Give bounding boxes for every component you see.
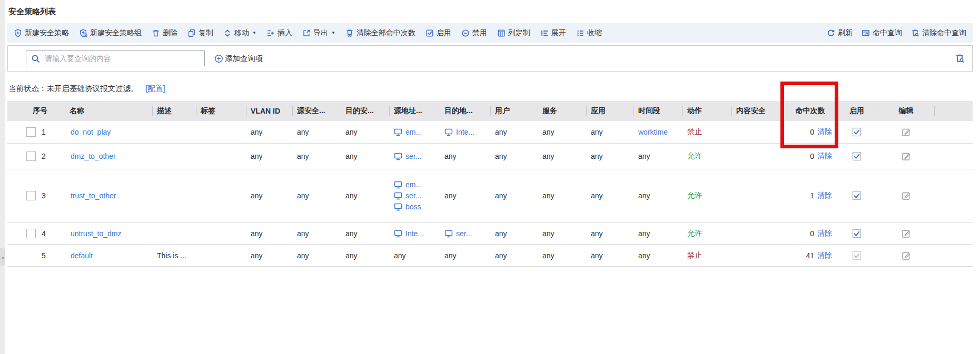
column-header-3: 标签 — [196, 101, 246, 121]
config-link[interactable]: [配置] — [146, 84, 165, 93]
toolbar-hit-query-label: 命中查询 — [873, 28, 902, 38]
toolbar-collapse-button[interactable]: 收缩 — [576, 28, 602, 38]
monitor-icon — [394, 203, 402, 211]
toolbar-export-button[interactable]: 导出▼ — [302, 28, 335, 38]
row-select-checkbox[interactable] — [26, 229, 36, 238]
cell-enabled — [836, 191, 877, 200]
toolbar-expand-label: 展开 — [551, 28, 566, 38]
row-select-checkbox[interactable] — [26, 127, 36, 137]
cell-schedule: any — [634, 229, 683, 238]
cell-user: any — [491, 152, 538, 160]
cell-dst-zone: any — [341, 191, 390, 200]
cell-user: any — [491, 229, 538, 238]
shield-plus-icon — [14, 29, 22, 37]
policy-name-link[interactable]: trust_to_other — [71, 191, 116, 200]
table-body: 1do_not_playanyanyanyem...Inte...anyanya… — [7, 121, 973, 267]
left-panel-strip: ◂ — [0, 0, 5, 354]
toolbar: 新建安全策略新建安全策略组删除复制移动▼插入导出▼00清除全部命中次数启用禁用列… — [7, 23, 973, 43]
clear-hits-link[interactable]: 清除 — [817, 251, 832, 260]
hit-count-value: 1 — [810, 191, 814, 200]
toolbar-refresh-button[interactable]: 刷新 — [827, 28, 853, 38]
action-label: 允许 — [687, 151, 702, 161]
toolbar-disable-button[interactable]: 禁用 — [461, 28, 487, 38]
row-seq: 5 — [42, 251, 46, 260]
action-label: 禁止 — [687, 127, 702, 137]
policy-name-link[interactable]: dmz_to_other — [71, 152, 116, 160]
export-icon — [302, 29, 311, 37]
column-header-17: 编辑 — [877, 101, 935, 121]
cell-src-address: Inte... — [390, 229, 440, 238]
main-content: 安全策略列表 新建安全策略新建安全策略组删除复制移动▼插入导出▼00清除全部命中… — [7, 0, 973, 267]
cell-enabled — [836, 251, 877, 260]
address-object-link[interactable]: Inte... — [444, 128, 474, 136]
address-object-link[interactable]: em... — [394, 128, 422, 136]
toolbar-new-policy-group-label: 新建安全策略组 — [90, 28, 142, 38]
enabled-checkbox-icon[interactable] — [852, 191, 862, 200]
caret-down-icon: ▼ — [252, 31, 256, 35]
panel-collapse-handle[interactable]: ◂ — [0, 248, 5, 266]
column-header-5: 源安全... — [293, 101, 341, 121]
toolbar-clear-all-hits-button[interactable]: 00清除全部命中次数 — [345, 28, 415, 38]
column-header-13: 动作 — [683, 101, 732, 121]
address-object-link[interactable]: ser... — [394, 152, 421, 160]
cell-dst-address: any — [440, 152, 491, 160]
edit-icon[interactable] — [902, 127, 911, 137]
toolbar-copy-button[interactable]: 复制 — [187, 28, 213, 38]
cell-src-address: em...ser...boss — [390, 180, 440, 211]
toolbar-expand-button[interactable]: 展开 — [540, 28, 566, 38]
cell-schedule: worktime — [634, 128, 683, 136]
row-select-checkbox[interactable] — [26, 151, 36, 161]
toolbar-clear-hit-query-label: 清除命中查询 — [922, 28, 966, 38]
toolbar-new-policy-group-button[interactable]: 新建安全策略组 — [79, 28, 142, 38]
cell-hit-count: 0清除 — [784, 151, 836, 161]
toolbar-refresh-label: 刷新 — [838, 28, 853, 38]
policy-name-link[interactable]: do_not_play — [71, 128, 111, 136]
add-query-button[interactable]: 添加查询项 — [214, 54, 263, 64]
edit-icon[interactable] — [902, 191, 911, 200]
column-header-7: 源地址... — [390, 101, 440, 121]
cell-src-zone: any — [293, 128, 341, 136]
toolbar-enable-button[interactable]: 启用 — [425, 28, 451, 38]
cell-edit — [877, 251, 935, 260]
column-header-16: 启用 — [836, 101, 877, 121]
row-seq: 2 — [42, 152, 46, 160]
edit-icon[interactable] — [902, 251, 911, 260]
clear-hits-link[interactable]: 清除 — [817, 191, 832, 200]
cell-application: any — [587, 229, 634, 238]
address-object-link[interactable]: ser... — [394, 191, 421, 200]
edit-icon[interactable] — [902, 229, 911, 238]
toolbar-column-customize-button[interactable]: 列定制 — [497, 28, 530, 38]
toolbar-hit-query-button[interactable]: 命中查询 — [862, 28, 902, 38]
svg-text:00: 00 — [348, 34, 352, 37]
toolbar-move-button[interactable]: 移动▼ — [223, 28, 256, 38]
clear-hits-link[interactable]: 清除 — [817, 229, 832, 238]
enabled-checkbox-icon[interactable] — [852, 151, 862, 161]
clear-hits-link[interactable]: 清除 — [817, 127, 832, 137]
address-object-link[interactable]: Inte... — [394, 229, 424, 238]
clear-hits-link[interactable]: 清除 — [817, 151, 832, 161]
edit-icon[interactable] — [902, 151, 911, 161]
window-search-icon — [862, 29, 870, 37]
address-any: any — [444, 191, 457, 200]
toolbar-new-policy-button[interactable]: 新建安全策略 — [14, 28, 69, 38]
toolbar-insert-button[interactable]: 插入 — [266, 28, 292, 38]
cell-application: any — [587, 191, 634, 200]
policy-name-link[interactable]: untrust_to_dmz — [71, 229, 122, 238]
address-object-link[interactable]: ser... — [444, 229, 472, 238]
cell-description: This is ... — [153, 251, 196, 260]
schedule-link[interactable]: worktime — [638, 128, 668, 136]
address-object-link[interactable]: em... — [394, 180, 422, 189]
refresh-icon — [827, 29, 835, 37]
address-object-link[interactable]: boss — [394, 203, 421, 211]
cell-edit — [877, 229, 935, 238]
policy-name-link[interactable]: default — [71, 251, 93, 260]
toolbar-delete-button[interactable]: 删除 — [152, 28, 177, 38]
enabled-checkbox-icon — [852, 251, 862, 260]
enabled-checkbox-icon[interactable] — [852, 229, 862, 238]
toolbar-clear-hit-query-button[interactable]: 清除命中查询 — [911, 28, 966, 38]
enabled-checkbox-icon[interactable] — [852, 127, 862, 137]
row-select-checkbox[interactable] — [26, 191, 36, 200]
cell-src-address: ser... — [390, 152, 440, 160]
clear-search-icon[interactable] — [955, 54, 965, 64]
search-input[interactable] — [44, 54, 200, 63]
